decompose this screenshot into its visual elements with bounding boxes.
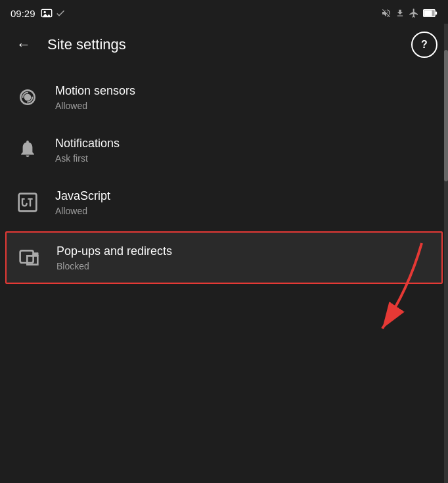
settings-item-notifications[interactable]: Notifications Ask first [0, 124, 448, 176]
status-bar: 09:29 [0, 0, 448, 24]
back-button[interactable]: ← [11, 32, 37, 58]
notifications-title: Notifications [55, 137, 120, 150]
javascript-text: JavaScript Allowed [55, 189, 110, 216]
scrollbar-thumb[interactable] [444, 50, 448, 181]
status-bar-left: 09:29 [11, 8, 66, 19]
notifications-icon [13, 135, 42, 164]
settings-item-motion-sensors[interactable]: Motion sensors Allowed [0, 71, 448, 124]
svg-rect-6 [19, 194, 37, 212]
notifications-text: Notifications Ask first [55, 137, 120, 164]
settings-list: Motion sensors Allowed Notifications Ask… [0, 66, 448, 292]
javascript-subtitle: Allowed [55, 206, 110, 216]
battery-icon [423, 9, 437, 17]
airplane-icon [409, 8, 419, 18]
motion-sensors-subtitle: Allowed [55, 101, 135, 111]
popups-title: Pop-ups and redirects [56, 244, 172, 258]
image-status-icon [41, 9, 53, 18]
help-button[interactable]: ? [411, 32, 437, 58]
settings-item-javascript[interactable]: JavaScript Allowed [0, 176, 448, 229]
popups-subtitle: Blocked [56, 261, 172, 271]
motion-sensors-title: Motion sensors [55, 84, 135, 98]
popup-icon [14, 243, 43, 272]
javascript-icon [13, 188, 42, 217]
help-icon: ? [421, 39, 428, 51]
status-icons-left [41, 8, 66, 18]
mute-icon [381, 8, 392, 18]
notifications-subtitle: Ask first [55, 153, 120, 164]
popups-text: Pop-ups and redirects Blocked [56, 244, 172, 271]
settings-item-popups[interactable]: Pop-ups and redirects Blocked [5, 231, 443, 284]
svg-rect-3 [424, 11, 432, 16]
scrollbar[interactable] [444, 24, 448, 483]
status-time: 09:29 [11, 8, 35, 19]
page-title: Site settings [47, 36, 411, 53]
back-arrow-icon: ← [16, 36, 31, 53]
status-bar-right [381, 8, 437, 18]
motion-sensors-icon [13, 83, 42, 112]
check-status-icon [55, 8, 66, 18]
svg-point-1 [43, 11, 46, 14]
svg-rect-4 [436, 11, 437, 14]
svg-point-5 [26, 95, 29, 99]
javascript-title: JavaScript [55, 189, 110, 203]
download-icon [395, 8, 405, 18]
motion-sensors-text: Motion sensors Allowed [55, 84, 135, 111]
app-header: ← Site settings ? [0, 24, 448, 66]
